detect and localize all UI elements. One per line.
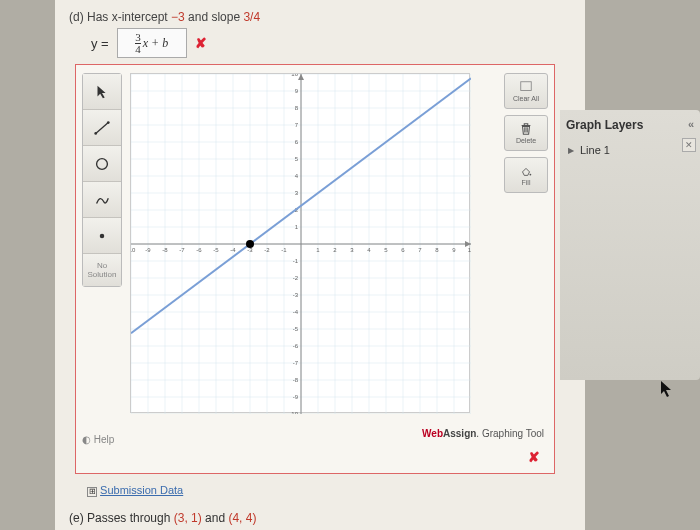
svg-text:-1: -1 xyxy=(281,247,287,253)
layer-item-line1[interactable]: ▶ Line 1 xyxy=(566,140,694,160)
svg-text:-6: -6 xyxy=(196,247,202,253)
svg-text:-4: -4 xyxy=(293,309,299,315)
svg-text:-4: -4 xyxy=(230,247,236,253)
fill-icon xyxy=(519,164,533,178)
incorrect-mark-icon: ✘ xyxy=(195,35,207,51)
svg-text:5: 5 xyxy=(384,247,388,253)
equation-input[interactable]: 3 4 x + b xyxy=(117,28,187,58)
graph-layers-panel: Graph Layers « ▶ Line 1 ✕ xyxy=(560,110,700,380)
svg-text:3: 3 xyxy=(350,247,354,253)
svg-text:7: 7 xyxy=(418,247,422,253)
equation-row: y = 3 4 x + b ✘ xyxy=(91,28,571,58)
problem-e-label: (e) Passes through (3, 1) and (4, 4) xyxy=(69,511,571,525)
svg-text:-2: -2 xyxy=(264,247,270,253)
trash-icon xyxy=(519,122,533,136)
svg-text:-6: -6 xyxy=(293,343,299,349)
svg-text:-10: -10 xyxy=(289,411,298,414)
submission-data-link[interactable]: Submission Data xyxy=(100,484,183,496)
collapse-panel-icon[interactable]: « xyxy=(688,118,694,132)
svg-point-3 xyxy=(97,158,108,169)
svg-text:-7: -7 xyxy=(293,360,299,366)
svg-point-92 xyxy=(246,240,254,248)
clear-all-button[interactable]: Clear All xyxy=(504,73,548,109)
circle-tool[interactable] xyxy=(83,146,121,182)
svg-point-4 xyxy=(100,233,105,238)
help-link[interactable]: ◐ Help xyxy=(82,434,114,445)
svg-text:-3: -3 xyxy=(293,292,299,298)
svg-text:-10: -10 xyxy=(131,247,136,253)
svg-text:-5: -5 xyxy=(213,247,219,253)
svg-text:-9: -9 xyxy=(293,394,299,400)
expand-icon: ⊞ xyxy=(87,487,97,497)
circle-icon xyxy=(93,155,111,173)
svg-point-97 xyxy=(530,174,532,176)
svg-text:9: 9 xyxy=(452,247,456,253)
svg-rect-93 xyxy=(521,82,532,91)
svg-marker-49 xyxy=(298,74,304,80)
pointer-icon xyxy=(93,83,111,101)
tool-palette: No Solution xyxy=(82,73,122,287)
svg-text:-9: -9 xyxy=(145,247,151,253)
close-graph-icon[interactable]: ✘ xyxy=(528,449,540,465)
webassign-watermark: WebAssign. Graphing Tool xyxy=(422,428,544,439)
svg-text:8: 8 xyxy=(435,247,439,253)
problem-d-label: (d) Has x-intercept −3 and slope 3/4 xyxy=(69,10,571,24)
clear-all-icon xyxy=(519,80,533,94)
svg-text:10: 10 xyxy=(291,74,298,77)
svg-text:-8: -8 xyxy=(293,377,299,383)
svg-text:-1: -1 xyxy=(293,258,299,264)
pointer-tool[interactable] xyxy=(83,74,121,110)
svg-text:1: 1 xyxy=(316,247,320,253)
svg-text:2: 2 xyxy=(333,247,337,253)
no-solution-tool[interactable]: No Solution xyxy=(83,254,121,286)
svg-text:-7: -7 xyxy=(179,247,185,253)
grid-svg: -10-10-9-9-8-8-7-7-6-6-5-5-4-4-3-3-2-2-1… xyxy=(131,74,471,414)
delete-button[interactable]: Delete xyxy=(504,115,548,151)
svg-text:-2: -2 xyxy=(293,275,299,281)
fill-button[interactable]: Fill xyxy=(504,157,548,193)
freehand-tool[interactable] xyxy=(83,182,121,218)
remove-layer-button[interactable]: ✕ xyxy=(682,138,696,152)
svg-text:10: 10 xyxy=(468,247,471,253)
help-icon: ◐ xyxy=(82,434,91,445)
svg-text:4: 4 xyxy=(367,247,371,253)
submission-data-toggle[interactable]: ⊞ Submission Data xyxy=(87,484,571,497)
svg-point-1 xyxy=(94,132,97,135)
problem-page: (d) Has x-intercept −3 and slope 3/4 y =… xyxy=(55,0,585,530)
mouse-cursor-icon xyxy=(660,380,674,401)
svg-text:-8: -8 xyxy=(162,247,168,253)
line-tool[interactable] xyxy=(83,110,121,146)
chevron-right-icon: ▶ xyxy=(568,146,574,155)
svg-point-2 xyxy=(107,121,110,124)
action-column: Clear All Delete Fill xyxy=(504,73,548,199)
svg-line-0 xyxy=(96,122,109,133)
svg-text:6: 6 xyxy=(401,247,405,253)
freehand-icon xyxy=(93,191,111,209)
line-icon xyxy=(93,119,111,137)
layers-title: Graph Layers « xyxy=(566,118,694,132)
graph-canvas[interactable]: -10-10-9-9-8-8-7-7-6-6-5-5-4-4-3-3-2-2-1… xyxy=(130,73,470,413)
eq-lhs: y = xyxy=(91,36,109,51)
svg-text:-5: -5 xyxy=(293,326,299,332)
graphing-tool: No Solution ◐ Help -10-10-9-9-8-8-7-7-6-… xyxy=(75,64,555,474)
point-tool[interactable] xyxy=(83,218,121,254)
point-icon xyxy=(93,227,111,245)
